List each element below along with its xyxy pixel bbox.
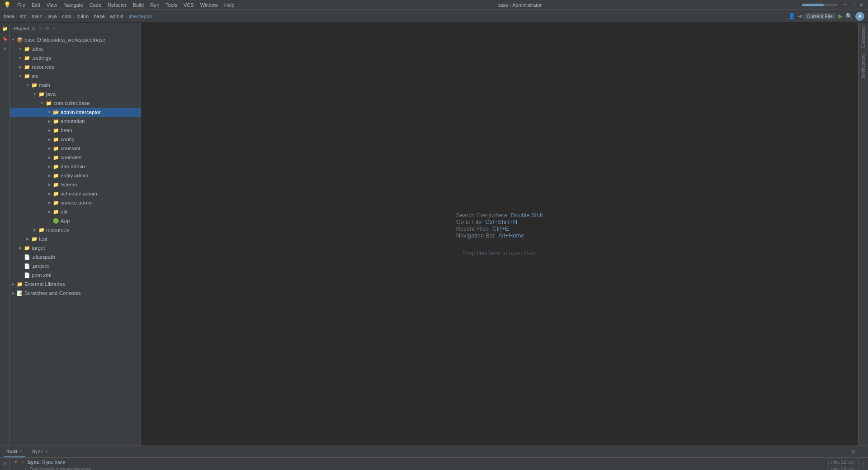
tree-item-controller[interactable]: ▶📁controller bbox=[10, 153, 141, 162]
tree-item-.classpath[interactable]: 📄.classpath bbox=[10, 252, 141, 261]
tree-item-constant[interactable]: ▶📁constant bbox=[10, 144, 141, 153]
menu-item-window[interactable]: Window bbox=[198, 1, 221, 9]
structure-icon[interactable]: ≡ bbox=[1, 44, 9, 52]
tree-item-pom.xml[interactable]: 📄pom.xml bbox=[10, 271, 141, 280]
tree-item-resources[interactable]: ▶📁resources bbox=[10, 225, 141, 234]
tree-item-admin.interceptor[interactable]: ▼📂admin.interceptor bbox=[10, 108, 141, 117]
tree-root[interactable]: ▼ 📦 base D:\idea\idea_workspace\base bbox=[10, 35, 141, 44]
tree-arrow[interactable]: ▶ bbox=[46, 200, 52, 205]
menu-item-navigate[interactable]: Navigate bbox=[61, 1, 85, 9]
sync-tab[interactable]: Sync ✕ bbox=[29, 446, 51, 457]
tree-item-App[interactable]: 🟢App bbox=[10, 216, 141, 225]
tree-arrow[interactable]: ▶ bbox=[46, 191, 52, 196]
notifications-label[interactable]: Notifications bbox=[860, 52, 867, 80]
maximize-button[interactable]: □ bbox=[850, 2, 856, 8]
menu-item-tools[interactable]: Tools bbox=[163, 1, 180, 9]
build-panel-minimize[interactable]: ─ bbox=[859, 448, 864, 456]
collapse-all-button[interactable]: ⊟ bbox=[31, 25, 36, 31]
build-rerun-icon[interactable]: ↺ bbox=[1, 460, 9, 468]
tree-arrow[interactable]: ▶ bbox=[10, 282, 16, 286]
tree-arrow[interactable]: ▼ bbox=[46, 110, 52, 114]
tree-item-listener[interactable]: ▶📁listener bbox=[10, 180, 141, 189]
breadcrumb-item-base[interactable]: base bbox=[4, 14, 14, 19]
tree-item-External-Libraries[interactable]: ▶📁External Libraries bbox=[10, 280, 141, 289]
menu-item-edit[interactable]: Edit bbox=[29, 1, 43, 9]
tree-item-src[interactable]: ▼📁src bbox=[10, 71, 141, 81]
tree-arrow[interactable]: ▼ bbox=[17, 47, 24, 51]
breadcrumb-item-main[interactable]: main bbox=[32, 14, 42, 19]
breadcrumb-item-cuinn[interactable]: cuinn bbox=[77, 14, 89, 19]
tree-item-service.admin[interactable]: ▶📁service.admin bbox=[10, 198, 141, 207]
breadcrumb-item-base[interactable]: base bbox=[94, 14, 105, 19]
tree-arrow[interactable]: ▶ bbox=[46, 119, 52, 123]
tree-item-Scratches-and-Consoles[interactable]: ▶📝Scratches and Consoles bbox=[10, 289, 141, 298]
tree-item-bean[interactable]: ▶📁bean bbox=[10, 126, 141, 135]
tree-item-.settings[interactable]: ▼📁.settings bbox=[10, 53, 141, 62]
panel-settings-button[interactable]: ⚙ bbox=[44, 25, 50, 31]
tree-item-java[interactable]: ▼📁java bbox=[10, 90, 141, 99]
tree-item-test[interactable]: ▶📁test bbox=[10, 234, 141, 243]
menu-item-build[interactable]: Build bbox=[130, 1, 146, 9]
back-icon[interactable]: ◀ bbox=[798, 13, 802, 19]
tree-arrow[interactable]: ▼ bbox=[17, 56, 24, 60]
tree-item-dao.admin[interactable]: ▶📁dao.admin bbox=[10, 162, 141, 171]
menu-item-vcs[interactable]: VCS bbox=[181, 1, 197, 9]
breadcrumb-item-src[interactable]: src bbox=[20, 14, 27, 19]
project-icon[interactable]: 📁 bbox=[1, 24, 9, 33]
current-file-label[interactable]: Current File bbox=[804, 13, 835, 19]
tree-arrow[interactable]: ▶ bbox=[46, 146, 52, 151]
tree-item-entity.admin[interactable]: ▶📁entity.admin bbox=[10, 171, 141, 180]
tree-item-util[interactable]: ▶📁util bbox=[10, 207, 141, 216]
tree-arrow[interactable]: ▼ bbox=[32, 92, 38, 96]
tree-arrow[interactable]: ▶ bbox=[46, 155, 52, 160]
breadcrumb-item-admin[interactable]: admin bbox=[110, 14, 123, 19]
build-entry-expand[interactable]: ▼ bbox=[14, 460, 18, 465]
run-button[interactable]: ▶ bbox=[838, 13, 843, 19]
build-tab-close[interactable]: ✕ bbox=[19, 449, 23, 454]
tree-item-schedule.admin[interactable]: ▶📁schedule.admin bbox=[10, 189, 141, 198]
tree-arrow[interactable]: ▶ bbox=[46, 137, 52, 142]
menu-item-file[interactable]: File bbox=[14, 1, 28, 9]
tree-arrow[interactable]: ▼ bbox=[24, 83, 31, 87]
search-everywhere-icon[interactable]: 🔍 bbox=[845, 13, 853, 19]
breadcrumb-item-java[interactable]: java bbox=[47, 14, 57, 19]
build-panel-settings[interactable]: ⚙ bbox=[850, 448, 857, 456]
tree-item-config[interactable]: ▶📁config bbox=[10, 135, 141, 144]
tree-item-annotation[interactable]: ▶📁annotation bbox=[10, 117, 141, 126]
tree-arrow[interactable]: ▶ bbox=[32, 228, 38, 232]
tree-arrow[interactable]: ▶ bbox=[46, 173, 52, 178]
panel-close-button[interactable]: ─ bbox=[52, 25, 57, 31]
close-button[interactable]: ✕ bbox=[858, 2, 864, 8]
tree-item-target[interactable]: ▶📁target bbox=[10, 243, 141, 252]
tree-arrow[interactable]: ▶ bbox=[46, 182, 52, 187]
tree-arrow[interactable]: ▼ bbox=[39, 101, 45, 105]
tree-arrow[interactable]: ▶ bbox=[17, 246, 24, 250]
bookmarks-icon[interactable]: 🔖 bbox=[1, 34, 9, 43]
tree-item-com.cuinn.base[interactable]: ▼📁com.cuinn.base bbox=[10, 99, 141, 108]
tree-arrow[interactable]: ▶ bbox=[24, 237, 31, 241]
tree-item-main[interactable]: ▼📁main bbox=[10, 81, 141, 90]
menu-item-help[interactable]: Help bbox=[222, 1, 237, 9]
menu-item-code[interactable]: Code bbox=[87, 1, 104, 9]
tree-arrow[interactable]: ▶ bbox=[46, 164, 52, 169]
build-wrap-icon[interactable]: ↕ bbox=[859, 460, 868, 468]
build-tab[interactable]: Build ✕ bbox=[4, 446, 25, 457]
minimize-button[interactable]: ─ bbox=[842, 2, 848, 8]
tree-arrow[interactable]: ▼ bbox=[17, 74, 24, 78]
tree-arrow[interactable]: ▶ bbox=[46, 209, 52, 214]
file-tree[interactable]: ▼ 📦 base D:\idea\idea_workspace\base ▼📁.… bbox=[10, 34, 141, 446]
tree-item-.idea[interactable]: ▼📁.idea bbox=[10, 44, 141, 53]
window-controls[interactable]: ─ □ ✕ bbox=[842, 2, 864, 8]
menu-item-refactor[interactable]: Refactor bbox=[105, 1, 129, 9]
menu-item-run[interactable]: Run bbox=[147, 1, 162, 9]
breadcrumb-item-interceptor[interactable]: interceptor bbox=[129, 14, 152, 19]
databases-label[interactable]: Databases bbox=[860, 24, 867, 50]
breadcrumb-item-com[interactable]: com bbox=[62, 14, 71, 19]
tree-item-.project[interactable]: 📄.project bbox=[10, 261, 141, 271]
tree-arrow[interactable]: ▶ bbox=[17, 65, 24, 69]
tree-item-resources[interactable]: ▶📁resources bbox=[10, 62, 141, 71]
sync-tab-close[interactable]: ✕ bbox=[45, 449, 48, 454]
expand-all-button[interactable]: ≡ bbox=[38, 25, 42, 31]
user-icon[interactable]: 👤 bbox=[788, 13, 795, 19]
tree-arrow[interactable]: ▶ bbox=[46, 128, 52, 133]
